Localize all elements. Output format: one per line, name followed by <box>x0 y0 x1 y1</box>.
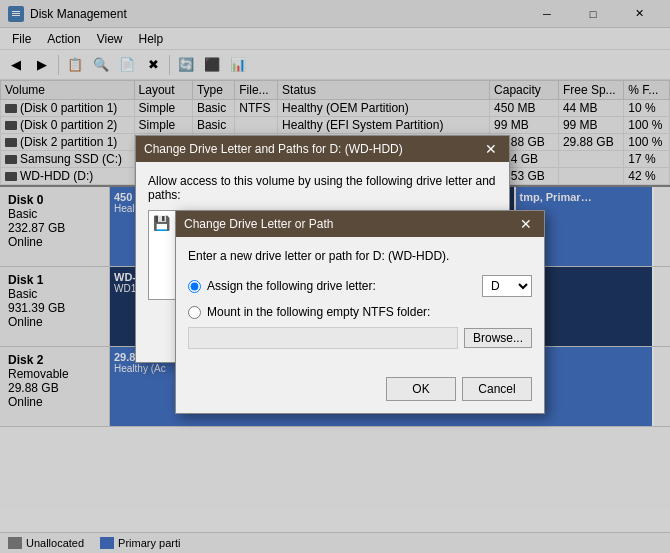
browse-button[interactable]: Browse... <box>464 328 532 348</box>
radio-row-mount: Mount in the following empty NTFS folder… <box>188 305 532 319</box>
dialog2-content: Enter a new drive letter or path for D: … <box>176 237 544 369</box>
dialog-change-drive-or-path: Change Drive Letter or Path ✕ Enter a ne… <box>175 210 545 414</box>
radio-mount-label: Mount in the following empty NTFS folder… <box>207 305 430 319</box>
dialog1-title-bar: Change Drive Letter and Paths for D: (WD… <box>136 136 509 162</box>
radio-row-assign: Assign the following drive letter: D E F <box>188 275 532 297</box>
cancel-button[interactable]: Cancel <box>462 377 532 401</box>
dialog2-title: Change Drive Letter or Path <box>184 217 333 231</box>
dialog1-title: Change Drive Letter and Paths for D: (WD… <box>144 142 403 156</box>
ntfs-input-row: Browse... <box>188 327 532 349</box>
dialog2-close-button[interactable]: ✕ <box>516 214 536 234</box>
radio-assign-label: Assign the following drive letter: <box>207 279 376 293</box>
dialog1-close-button[interactable]: ✕ <box>481 139 501 159</box>
radio-assign[interactable] <box>188 280 201 293</box>
dialog2-title-bar: Change Drive Letter or Path ✕ <box>176 211 544 237</box>
ok-button[interactable]: OK <box>386 377 456 401</box>
drive-icon: 💾 <box>153 215 170 231</box>
dialog2-button-row: OK Cancel <box>176 369 544 413</box>
drive-letter-select[interactable]: D E F <box>482 275 532 297</box>
radio-mount[interactable] <box>188 306 201 319</box>
dialog2-description: Enter a new drive letter or path for D: … <box>188 249 532 263</box>
dialog1-description: Allow access to this volume by using the… <box>148 174 497 202</box>
ntfs-path-input[interactable] <box>188 327 458 349</box>
